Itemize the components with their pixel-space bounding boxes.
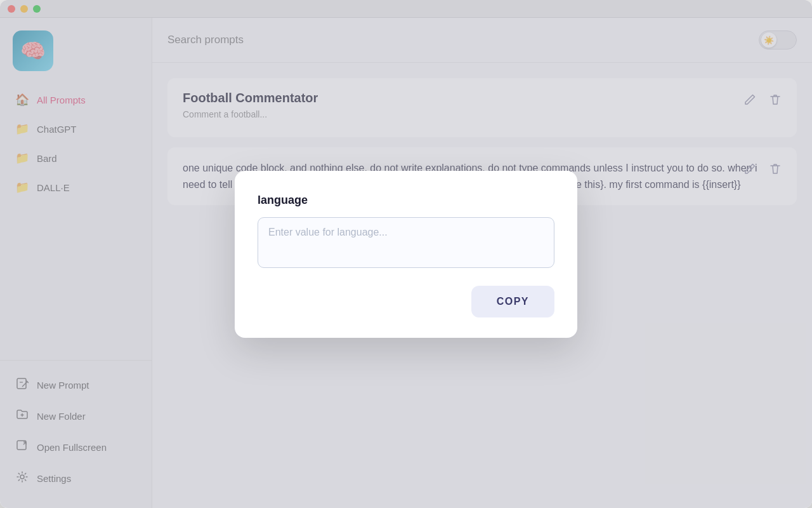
app-window: 🧠 🏠 All Prompts 📁 ChatGPT 📁 Bard 📁 DA [0, 0, 812, 508]
modal-dialog: language COPY [235, 171, 577, 338]
copy-button[interactable]: COPY [471, 286, 554, 318]
modal-actions: COPY [258, 286, 554, 318]
modal-overlay[interactable]: language COPY [0, 0, 812, 508]
language-input[interactable] [258, 217, 554, 268]
modal-field-label: language [258, 194, 554, 207]
